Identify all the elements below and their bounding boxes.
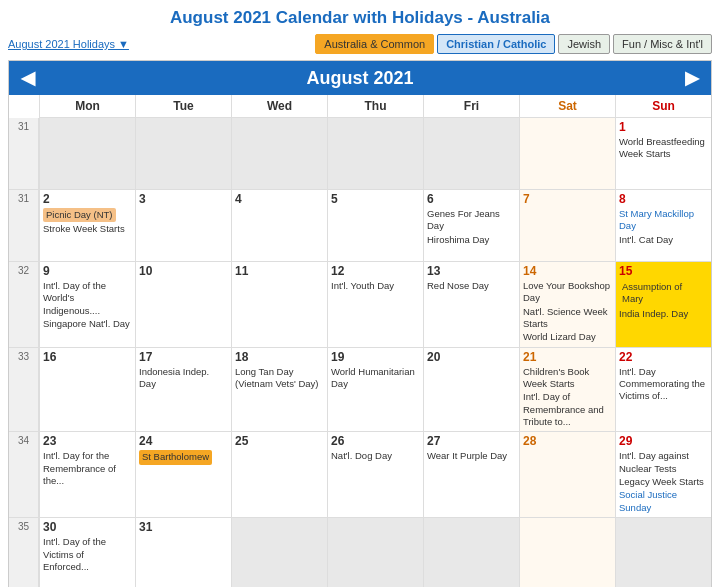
day-number: 22 — [619, 350, 708, 364]
calendar-header: ◀ August 2021 ▶ — [9, 61, 711, 95]
day-cell: 19World Humanitarian Day — [327, 348, 423, 433]
top-bar: August 2021 Holidays ▼ Australia & Commo… — [8, 34, 712, 54]
day-number: 10 — [139, 264, 228, 278]
day-cell: 23Int'l. Day for the Remembrance of the.… — [39, 432, 135, 518]
day-cell — [423, 118, 519, 190]
event: St Mary Mackillop Day — [619, 208, 708, 233]
next-arrow[interactable]: ▶ — [685, 67, 699, 89]
day-number: 19 — [331, 350, 420, 364]
event: Nat'l. Dog Day — [331, 450, 420, 462]
tabs: Australia & Common Christian / Catholic … — [315, 34, 712, 54]
event: Int'l. Day Commemorating the Victims of.… — [619, 366, 708, 403]
tab-christian[interactable]: Christian / Catholic — [437, 34, 555, 54]
day-number: 28 — [523, 434, 612, 448]
event: St Bartholomew — [139, 450, 212, 464]
header-thu: Thu — [327, 95, 423, 118]
event: Indonesia Indep. Day — [139, 366, 228, 391]
week-number: 35 — [9, 518, 39, 587]
day-cell: 25 — [231, 432, 327, 518]
event: Hiroshima Day — [427, 234, 516, 246]
day-cell — [231, 518, 327, 587]
day-number: 13 — [427, 264, 516, 278]
day-cell: 24St Bartholomew — [135, 432, 231, 518]
header-sat: Sat — [519, 95, 615, 118]
week-num-header — [9, 95, 39, 118]
day-number: 30 — [43, 520, 132, 534]
day-number: 18 — [235, 350, 324, 364]
day-cell: 21Children's Book Week StartsInt'l. Day … — [519, 348, 615, 433]
day-number: 16 — [43, 350, 132, 364]
day-cell: 5 — [327, 190, 423, 262]
event: Int'l. Day for the Remembrance of the... — [43, 450, 132, 487]
page-title: August 2021 Calendar with Holidays - Aus… — [8, 8, 712, 28]
day-number: 20 — [427, 350, 516, 364]
day-cell: 12Int'l. Youth Day — [327, 262, 423, 348]
day-number: 9 — [43, 264, 132, 278]
day-cell — [231, 118, 327, 190]
day-cell: 9Int'l. Day of the World's Indigenous...… — [39, 262, 135, 348]
day-number: 1 — [619, 120, 708, 134]
week-number: 34 — [9, 432, 39, 518]
day-number: 27 — [427, 434, 516, 448]
day-cell: 7 — [519, 190, 615, 262]
event: Legacy Week Starts — [619, 476, 708, 488]
day-number: 8 — [619, 192, 708, 206]
day-cell: 14Love Your Bookshop DayNat'l. Science W… — [519, 262, 615, 348]
event: Int'l. Day of the Victims of Enforced... — [43, 536, 132, 573]
day-cell: 16 — [39, 348, 135, 433]
event: Children's Book Week Starts — [523, 366, 612, 391]
event: Assumption of Mary — [619, 280, 708, 307]
day-headers: Mon Tue Wed Thu Fri Sat Sun — [9, 95, 711, 118]
day-number: 14 — [523, 264, 612, 278]
month-title: August 2021 — [306, 68, 413, 89]
day-cell: 15Assumption of MaryIndia Indep. Day — [615, 262, 711, 348]
day-cell: 13Red Nose Day — [423, 262, 519, 348]
day-number: 17 — [139, 350, 228, 364]
week-number: 33 — [9, 348, 39, 433]
event: Int'l. Day of Remembrance and Tribute to… — [523, 391, 612, 428]
tab-jewish[interactable]: Jewish — [558, 34, 610, 54]
event: Wear It Purple Day — [427, 450, 516, 462]
day-cell — [135, 118, 231, 190]
day-number: 21 — [523, 350, 612, 364]
day-number: 7 — [523, 192, 612, 206]
day-number: 12 — [331, 264, 420, 278]
tab-fun[interactable]: Fun / Misc & Int'l — [613, 34, 712, 54]
day-cell — [519, 518, 615, 587]
header-tue: Tue — [135, 95, 231, 118]
event: Social Justice Sunday — [619, 489, 708, 514]
day-number: 3 — [139, 192, 228, 206]
event: Singapore Nat'l. Day — [43, 318, 132, 330]
day-cell — [327, 518, 423, 587]
event: Red Nose Day — [427, 280, 516, 292]
day-cell: 26Nat'l. Dog Day — [327, 432, 423, 518]
calendar: ◀ August 2021 ▶ Mon Tue Wed Thu Fri Sat … — [8, 60, 712, 587]
day-cell: 18Long Tan Day (Vietnam Vets' Day) — [231, 348, 327, 433]
day-number: 24 — [139, 434, 228, 448]
day-cell — [39, 118, 135, 190]
day-cell: 27Wear It Purple Day — [423, 432, 519, 518]
event: Stroke Week Starts — [43, 223, 132, 235]
day-cell: 22Int'l. Day Commemorating the Victims o… — [615, 348, 711, 433]
day-cell: 31 — [135, 518, 231, 587]
week-number: 31 — [9, 118, 39, 190]
day-number: 29 — [619, 434, 708, 448]
event: Nat'l. Science Week Starts — [523, 306, 612, 331]
event: Int'l. Youth Day — [331, 280, 420, 292]
event: Int'l. Day of the World's Indigenous.... — [43, 280, 132, 317]
event: World Lizard Day — [523, 331, 612, 343]
day-cell: 6Genes For Jeans DayHiroshima Day — [423, 190, 519, 262]
header-sun: Sun — [615, 95, 711, 118]
day-number: 23 — [43, 434, 132, 448]
day-cell: 20 — [423, 348, 519, 433]
tab-australia[interactable]: Australia & Common — [315, 34, 434, 54]
event: Genes For Jeans Day — [427, 208, 516, 233]
day-cell: 17Indonesia Indep. Day — [135, 348, 231, 433]
holidays-link[interactable]: August 2021 Holidays ▼ — [8, 38, 129, 50]
prev-arrow[interactable]: ◀ — [21, 67, 35, 89]
day-cell — [423, 518, 519, 587]
day-number: 15 — [619, 264, 708, 278]
header-wed: Wed — [231, 95, 327, 118]
day-cell: 29Int'l. Day against Nuclear TestsLegacy… — [615, 432, 711, 518]
event: India Indep. Day — [619, 308, 708, 320]
